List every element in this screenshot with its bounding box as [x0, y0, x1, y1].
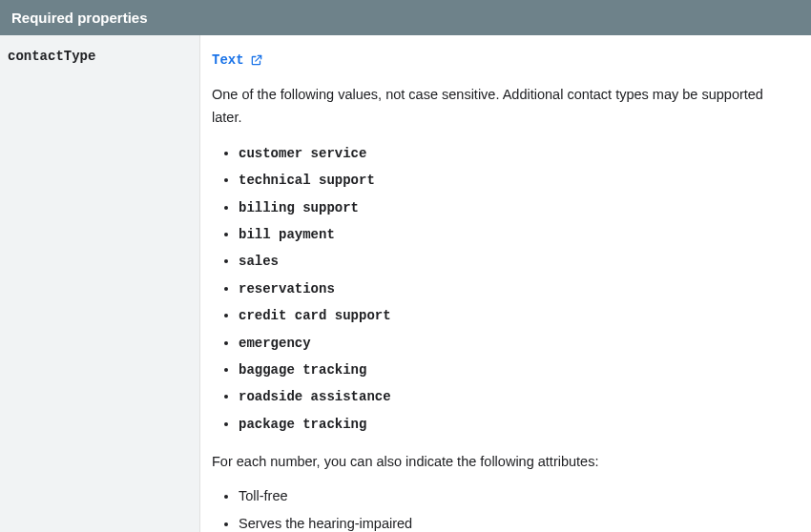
section-header-title: Required properties [11, 10, 148, 26]
value-item: customer service [239, 140, 796, 167]
property-name-cell: contactType [0, 35, 200, 532]
attribute-item: Toll-free [239, 482, 796, 510]
value-item: package tracking [239, 411, 796, 438]
value-item: emergency [239, 330, 796, 357]
attributes-intro: For each number, you can also indicate t… [212, 451, 796, 473]
values-list: customer servicetechnical supportbilling… [212, 140, 796, 438]
value-item: baggage tracking [239, 357, 796, 383]
type-link-text: Text [212, 50, 244, 71]
external-link-icon [250, 53, 263, 67]
value-item: reservations [239, 276, 796, 302]
value-item: billing support [239, 194, 796, 221]
type-link[interactable]: Text [212, 50, 263, 71]
value-item: roadside assistance [239, 383, 796, 410]
property-description: One of the following values, not case se… [212, 84, 796, 128]
section-header: Required properties [0, 0, 811, 35]
value-item: sales [239, 248, 796, 275]
value-item: credit card support [239, 302, 796, 329]
attributes-list: Toll-freeServes the hearing-impairedSpec… [212, 482, 796, 532]
value-item: bill payment [239, 221, 796, 248]
attribute-item: Serves the hearing-impaired [239, 510, 796, 532]
value-item: technical support [239, 167, 796, 194]
property-name: contactType [8, 49, 95, 64]
property-value-cell: Text One of the following values, not ca… [200, 35, 811, 532]
property-row: contactType Text One of the following va… [0, 35, 811, 532]
